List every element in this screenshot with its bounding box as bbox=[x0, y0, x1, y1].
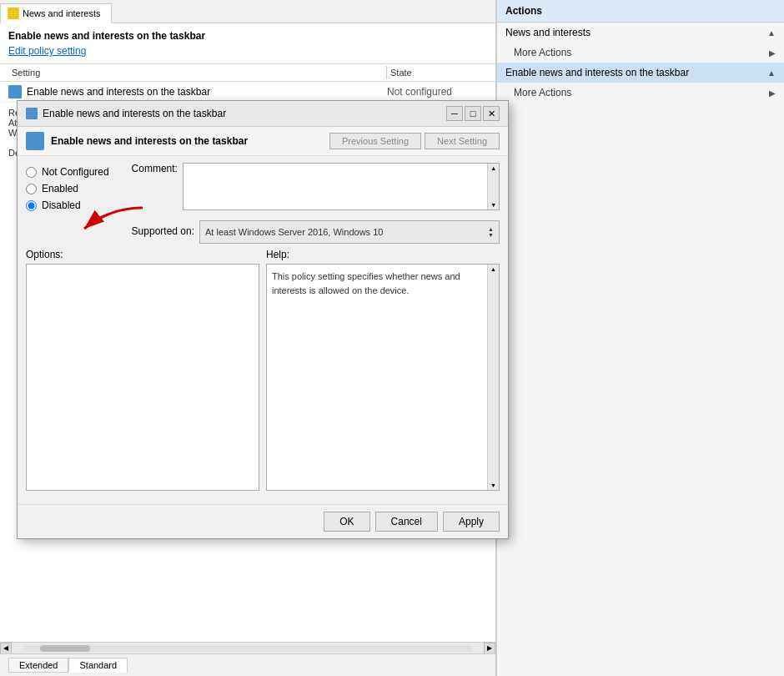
action-more-actions-2[interactable]: More Actions ▶ bbox=[497, 83, 784, 103]
policy-header-title: Enable news and interests on the taskbar bbox=[8, 30, 487, 42]
dialog-title-text: Enable news and interests on the taskbar bbox=[43, 108, 226, 119]
actions-header: Actions bbox=[497, 0, 784, 23]
radio-section: Not Configured Enabled Disabled bbox=[26, 166, 132, 211]
action-more-actions-2-arrow: ▶ bbox=[769, 88, 776, 98]
action-news-interests-arrow: ▲ bbox=[767, 28, 776, 38]
radio-enabled[interactable]: Enabled bbox=[26, 183, 125, 194]
right-col: Comment: ▲ ▼ bbox=[132, 163, 500, 249]
col-state-header: State bbox=[387, 66, 487, 79]
action-enable-news-label: Enable news and interests on the taskbar bbox=[505, 67, 689, 78]
tab-extended[interactable]: Extended bbox=[8, 658, 68, 673]
supported-value-box: At least Windows Server 2016, Windows 10… bbox=[199, 220, 500, 244]
policy-row-state: Not configured bbox=[387, 86, 487, 98]
main-tab[interactable]: News and interests bbox=[0, 3, 112, 23]
supported-label: Supported on: bbox=[132, 225, 194, 237]
radio-not-configured[interactable]: Not Configured bbox=[26, 166, 125, 178]
settings-dialog: Enable news and interests on the taskbar… bbox=[17, 100, 509, 539]
next-setting-btn[interactable]: Next Setting bbox=[425, 133, 500, 149]
cancel-button[interactable]: Cancel bbox=[375, 512, 438, 532]
prev-setting-btn[interactable]: Previous Setting bbox=[329, 133, 421, 149]
radio-enabled-input[interactable] bbox=[26, 184, 37, 194]
supported-value: At least Windows Server 2016, Windows 10 bbox=[205, 227, 383, 237]
tab-standard[interactable]: Standard bbox=[68, 658, 128, 673]
apply-button[interactable]: Apply bbox=[443, 512, 500, 532]
dialog-maximize-btn[interactable]: □ bbox=[465, 106, 481, 121]
dialog-body: Not Configured Enabled Disabled bbox=[18, 156, 508, 504]
action-enable-news[interactable]: Enable news and interests on the taskbar… bbox=[497, 63, 784, 83]
dialog-close-btn[interactable]: ✕ bbox=[483, 106, 500, 121]
radio-disabled[interactable]: Disabled bbox=[26, 199, 125, 211]
help-col: Help: This policy setting specifies whet… bbox=[266, 249, 500, 491]
action-enable-news-arrow: ▲ bbox=[767, 68, 776, 78]
comment-textarea[interactable] bbox=[183, 164, 488, 209]
comment-scroll-down[interactable]: ▼ bbox=[490, 202, 496, 209]
radio-disabled-label: Disabled bbox=[42, 199, 81, 211]
options-col: Options: bbox=[26, 249, 259, 491]
action-more-actions-1[interactable]: More Actions ▶ bbox=[497, 43, 784, 63]
help-scroll-up[interactable]: ▲ bbox=[490, 265, 496, 272]
dialog-minimize-btn[interactable]: ─ bbox=[446, 106, 463, 121]
comment-scroll-up[interactable]: ▲ bbox=[490, 164, 496, 171]
help-label: Help: bbox=[266, 249, 500, 260]
supported-scroll-up[interactable]: ▲ bbox=[488, 226, 494, 232]
edit-policy-link[interactable]: Edit policy setting bbox=[8, 45, 86, 57]
scroll-thumb bbox=[40, 645, 90, 652]
options-help-row: Options: Help: This policy setting speci… bbox=[26, 249, 500, 491]
horizontal-scrollbar[interactable]: ◀ ▶ bbox=[0, 642, 495, 653]
action-news-interests-label: News and interests bbox=[505, 27, 591, 38]
help-scrollbar[interactable]: ▲ ▼ bbox=[487, 265, 499, 490]
radio-not-configured-label: Not Configured bbox=[42, 166, 109, 178]
col-setting-header: Setting bbox=[8, 66, 387, 79]
comment-label: Comment: bbox=[132, 163, 178, 174]
policy-row-name: Enable news and interests on the taskbar bbox=[27, 86, 387, 98]
action-more-actions-1-label: More Actions bbox=[514, 47, 571, 58]
options-label: Options: bbox=[26, 249, 259, 260]
action-group-1: News and interests ▲ More Actions ▶ bbox=[497, 23, 784, 63]
scroll-left-btn[interactable]: ◀ bbox=[0, 643, 12, 654]
help-box-container: This policy setting specifies whether ne… bbox=[266, 264, 500, 491]
radio-enabled-label: Enabled bbox=[42, 183, 78, 194]
action-news-interests[interactable]: News and interests ▲ bbox=[497, 23, 784, 43]
dialog-footer: OK Cancel Apply bbox=[18, 504, 508, 538]
left-panel: News and interests Enable news and inter… bbox=[0, 0, 496, 676]
radio-options-col: Not Configured Enabled Disabled bbox=[26, 163, 132, 249]
dialog-titlebar: Enable news and interests on the taskbar… bbox=[18, 101, 508, 127]
table-header: Setting State bbox=[0, 64, 495, 82]
right-panel: Actions News and interests ▲ More Action… bbox=[496, 0, 784, 676]
scroll-right-btn[interactable]: ▶ bbox=[484, 643, 495, 654]
dialog-title-area: Enable news and interests on the taskbar bbox=[26, 108, 226, 119]
policy-header: Enable news and interests on the taskbar… bbox=[0, 23, 495, 64]
comment-scrollbar[interactable]: ▲ ▼ bbox=[487, 164, 499, 209]
folder-icon bbox=[8, 8, 19, 19]
comment-section: Comment: ▲ ▼ bbox=[132, 163, 500, 210]
help-scroll-down[interactable]: ▼ bbox=[490, 482, 496, 490]
two-col-layout: Not Configured Enabled Disabled bbox=[26, 163, 500, 249]
action-more-actions-1-arrow: ▶ bbox=[769, 48, 776, 58]
help-text: This policy setting specifies whether ne… bbox=[267, 265, 487, 490]
supported-section: Supported on: At least Windows Server 20… bbox=[132, 220, 500, 244]
policy-row-icon bbox=[8, 85, 22, 98]
scroll-track bbox=[23, 645, 472, 652]
action-more-actions-2-label: More Actions bbox=[514, 87, 571, 98]
supported-scroll[interactable]: ▲ ▼ bbox=[488, 226, 494, 238]
bottom-tabs: Extended Standard bbox=[0, 653, 495, 676]
dialog-policy-name-row: Enable news and interests on the taskbar… bbox=[18, 127, 508, 156]
radio-disabled-input[interactable] bbox=[26, 200, 37, 211]
dialog-title-icon bbox=[26, 108, 38, 119]
tab-bar: News and interests bbox=[0, 0, 495, 23]
tab-label: News and interests bbox=[23, 8, 101, 18]
action-group-2: Enable news and interests on the taskbar… bbox=[497, 63, 784, 103]
dialog-policy-icon bbox=[26, 132, 44, 150]
radio-not-configured-input[interactable] bbox=[26, 167, 37, 178]
dialog-controls: ─ □ ✕ bbox=[446, 106, 500, 121]
supported-scroll-down[interactable]: ▼ bbox=[488, 232, 494, 238]
options-box bbox=[26, 264, 259, 491]
ok-button[interactable]: OK bbox=[324, 512, 369, 532]
dialog-policy-title: Enable news and interests on the taskbar bbox=[51, 135, 323, 147]
dialog-nav: Previous Setting Next Setting bbox=[329, 133, 500, 149]
